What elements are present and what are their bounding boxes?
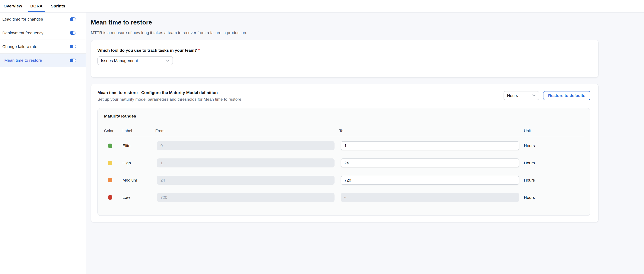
unit-label: Hours (524, 195, 584, 200)
elite-from-input (157, 141, 334, 150)
tab-dora[interactable]: DORA (30, 0, 43, 12)
deployment-frequency-toggle[interactable] (70, 31, 76, 35)
main-content: Mean time to restore MTTR is a measure o… (86, 13, 644, 274)
maturity-ranges-panel: Maturity Ranges Color Label From To Unit… (98, 108, 590, 216)
range-label: High (122, 161, 155, 165)
unit-label: Hours (524, 178, 584, 182)
metrics-sidebar: Lead time for changes Deployment frequen… (0, 13, 86, 274)
ranges-table-header: Color Label From To Unit (104, 129, 584, 137)
range-label: Low (122, 195, 155, 200)
top-tab-bar: Overview DORA Sprints (0, 0, 644, 13)
low-to-input (341, 193, 519, 202)
table-row-medium: Medium Hours (104, 172, 584, 189)
low-color-swatch (108, 195, 112, 200)
col-header-unit: Unit (524, 129, 584, 133)
col-header-from: From (155, 129, 339, 133)
maturity-card-subtitle: Set up your maturity model parameters an… (98, 97, 241, 102)
table-row-low: Low Hours (104, 189, 584, 206)
low-from-input (157, 193, 334, 202)
required-asterisk: * (198, 48, 200, 53)
lead-time-toggle[interactable] (70, 18, 76, 21)
maturity-card-title: Mean time to restore - Configure the Mat… (98, 90, 241, 95)
tab-sprints[interactable]: Sprints (51, 0, 65, 12)
medium-to-input[interactable] (341, 176, 519, 185)
tool-select-value: Issues Management (101, 58, 138, 63)
sidebar-item-deployment-frequency[interactable]: Deployment frequency (0, 26, 86, 40)
page-title: Mean time to restore (91, 19, 644, 26)
sidebar-item-label: Lead time for changes (2, 17, 43, 22)
tool-select[interactable]: Issues Management (98, 56, 173, 65)
sidebar-item-mean-time-to-restore[interactable]: Mean time to restore (0, 54, 86, 67)
sidebar-item-lead-time-for-changes[interactable]: Lead time for changes (0, 13, 86, 26)
high-from-input (157, 158, 334, 167)
elite-to-input[interactable] (341, 141, 519, 150)
sidebar-item-label: Deployment frequency (2, 31, 44, 35)
medium-color-swatch (108, 178, 112, 182)
sidebar-item-change-failure-rate[interactable]: Change failure rate (0, 40, 86, 54)
high-to-input[interactable] (341, 158, 519, 167)
maturity-card-actions: Hours Restore to defaults (504, 91, 590, 100)
change-failure-rate-toggle[interactable] (70, 45, 76, 48)
range-label: Medium (122, 178, 155, 182)
col-header-color: Color (104, 129, 122, 133)
maturity-card-header: Mean time to restore - Configure the Mat… (98, 90, 590, 102)
high-color-swatch (108, 161, 112, 165)
page-description: MTTR is a measure of how long it takes a… (91, 30, 644, 35)
range-label: Elite (122, 143, 155, 148)
col-header-to: To (339, 129, 524, 133)
table-row-high: High Hours (104, 154, 584, 172)
tool-selection-card: Which tool do you use to track tasks in … (91, 40, 598, 78)
col-header-label: Label (122, 129, 155, 133)
maturity-model-card: Mean time to restore - Configure the Mat… (91, 84, 598, 222)
elite-color-swatch (108, 144, 112, 148)
restore-to-defaults-button[interactable]: Restore to defaults (543, 91, 590, 100)
mean-time-to-restore-toggle[interactable] (70, 59, 76, 62)
sidebar-item-label: Mean time to restore (4, 58, 42, 63)
unit-label: Hours (524, 143, 584, 148)
unit-label: Hours (524, 161, 584, 165)
tab-overview[interactable]: Overview (4, 0, 22, 12)
unit-select[interactable]: Hours (504, 91, 539, 100)
unit-select-value: Hours (507, 93, 518, 98)
medium-from-input (157, 176, 334, 185)
sidebar-item-label: Change failure rate (2, 44, 37, 49)
table-row-elite: Elite Hours (104, 137, 584, 154)
chevron-down-icon (532, 94, 536, 97)
maturity-ranges-title: Maturity Ranges (104, 114, 584, 119)
chevron-down-icon (166, 60, 170, 62)
tool-question-label: Which tool do you use to track tasks in … (98, 48, 590, 53)
